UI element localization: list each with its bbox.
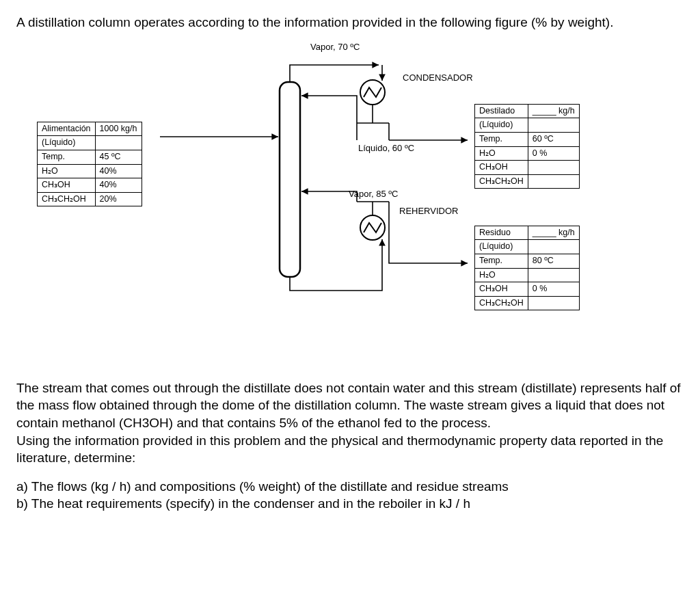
res-row-val [528, 296, 579, 310]
feed-row-label: Temp. [38, 150, 96, 164]
res-rate: _____ kg/h [528, 226, 579, 240]
feed-table: Alimentación 1000 kg/h (Líquido) Temp.45… [37, 122, 142, 207]
feed-rate: 1000 kg/h [95, 122, 142, 136]
res-row-val: 0 % [528, 282, 579, 297]
feed-phase: (Líquido) [38, 136, 96, 150]
paragraph-2: Using the information provided in this p… [16, 432, 684, 467]
feed-row-label: H₂O [38, 164, 96, 178]
res-row-label: CH₃OH [475, 282, 528, 297]
label-vapor-70: Vapor, 70 ºC [310, 41, 360, 53]
dist-row-label: Temp. [475, 132, 528, 146]
paragraph-1: The stream that comes out through the di… [16, 379, 684, 432]
feed-row-val: 40% [95, 178, 142, 193]
dist-row-val: 60 ºC [528, 132, 579, 146]
question-b: b) The heat requirements (specify) in th… [16, 495, 684, 513]
res-row-val [528, 268, 579, 282]
dist-row-label: H₂O [475, 146, 528, 161]
feed-row-val: 40% [95, 164, 142, 178]
res-row-val: 80 ºC [528, 254, 579, 268]
svg-rect-0 [280, 82, 300, 277]
problem-intro: A distillation column operates according… [16, 14, 684, 31]
dist-row-label: CH₃CH₂OH [475, 174, 528, 189]
feed-row-val: 45 ºC [95, 150, 142, 164]
res-row-label: H₂O [475, 268, 528, 282]
dist-rate: _____ kg/h [528, 104, 579, 118]
feed-row-val: 20% [95, 192, 142, 206]
process-diagram: Vapor, 70 ºC CONDENSADOR Líquido, 60 ºC … [16, 34, 673, 304]
label-condenser: CONDENSADOR [403, 72, 473, 84]
dist-row-val [528, 161, 579, 175]
res-row-label: CH₃CH₂OH [475, 296, 528, 310]
feed-title: Alimentación [38, 122, 96, 136]
dist-row-val: 0 % [528, 146, 579, 161]
label-vapor-85: Vapor, 85 ºC [349, 188, 398, 200]
res-phase: (Líquido) [475, 240, 528, 254]
feed-row-label: CH₃OH [38, 178, 96, 193]
res-title: Residuo [475, 226, 528, 240]
dist-row-val [528, 174, 579, 189]
distillate-table: Destilado _____ kg/h (Líquido) Temp.60 º… [474, 104, 580, 189]
res-row-label: Temp. [475, 254, 528, 268]
question-a: a) The flows (kg / h) and compositions (… [16, 478, 684, 496]
label-liquid-60: Líquido, 60 ºC [358, 142, 414, 154]
label-reboiler: REHERVIDOR [399, 205, 458, 217]
dist-row-label: CH₃OH [475, 161, 528, 175]
dist-phase: (Líquido) [475, 118, 528, 133]
dist-title: Destilado [475, 104, 528, 118]
feed-row-label: CH₃CH₂OH [38, 192, 96, 206]
residue-table: Residuo _____ kg/h (Líquido) Temp.80 ºC … [474, 226, 580, 311]
